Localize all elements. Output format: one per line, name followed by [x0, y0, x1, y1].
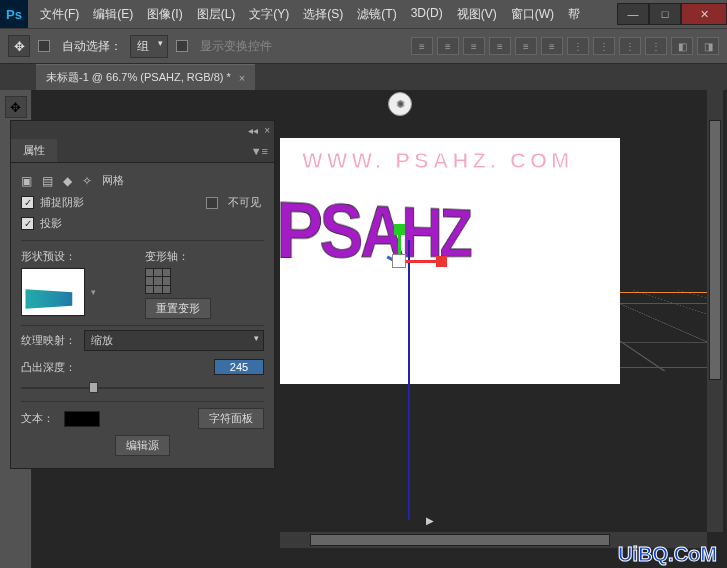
align-icon[interactable]: ≡	[515, 37, 537, 55]
auto-select-checkbox[interactable]	[38, 40, 50, 52]
move-tool-icon: ✥	[14, 39, 25, 54]
menu-help[interactable]: 帮	[562, 2, 586, 27]
align-icon[interactable]: ≡	[541, 37, 563, 55]
watermark-text: WWW. PSAHZ. COM	[302, 148, 573, 174]
deform-icon[interactable]: ▤	[42, 174, 53, 188]
dropdown-icon[interactable]: ▾	[91, 287, 96, 297]
invisible-label: 不可见	[228, 195, 261, 210]
gizmo-y-handle[interactable]	[394, 224, 405, 235]
collapse-icon[interactable]: ◂◂	[248, 125, 258, 136]
align-icon[interactable]: ≡	[463, 37, 485, 55]
gizmo-x-handle[interactable]	[436, 256, 447, 267]
scrollbar-thumb[interactable]	[310, 534, 610, 546]
close-button[interactable]: ✕	[681, 3, 727, 25]
texture-mapping-select[interactable]: 缩放	[84, 330, 264, 351]
brand-watermark: UiBQ.CoM	[618, 543, 717, 566]
scrollbar-thumb[interactable]	[709, 120, 721, 380]
reset-deform-button[interactable]: 重置变形	[145, 298, 211, 319]
timeline-play-icon[interactable]: ▶	[426, 515, 434, 526]
align-icon[interactable]: ≡	[411, 37, 433, 55]
3d-mode-icon[interactable]: ◨	[697, 37, 719, 55]
menu-3d[interactable]: 3D(D)	[405, 2, 449, 27]
menu-image[interactable]: 图像(I)	[141, 2, 188, 27]
cast-shadow-label: 投影	[40, 216, 62, 231]
coord-icon[interactable]: ✧	[82, 174, 92, 188]
mesh-icon[interactable]: ▣	[21, 174, 32, 188]
distribute-icon[interactable]: ⋮	[593, 37, 615, 55]
character-panel-button[interactable]: 字符面板	[198, 408, 264, 429]
cap-icon[interactable]: ◆	[63, 174, 72, 188]
document-tab[interactable]: 未标题-1 @ 66.7% (PSAHZ, RGB/8) * ×	[36, 64, 255, 90]
minimize-button[interactable]: —	[617, 3, 649, 25]
slider-thumb[interactable]	[89, 382, 98, 393]
distribute-icon[interactable]: ⋮	[619, 37, 641, 55]
vertical-scrollbar[interactable]	[707, 90, 723, 532]
deform-axis-label: 变形轴：	[145, 249, 211, 264]
menu-select[interactable]: 选择(S)	[297, 2, 349, 27]
mesh-label: 网格	[102, 173, 124, 188]
menu-type[interactable]: 文字(Y)	[243, 2, 295, 27]
align-icon[interactable]: ≡	[437, 37, 459, 55]
panel-close-icon[interactable]: ×	[264, 125, 270, 136]
extrude-depth-input[interactable]	[214, 359, 264, 375]
edit-source-button[interactable]: 编辑源	[115, 435, 170, 456]
align-icon[interactable]: ≡	[489, 37, 511, 55]
3d-gizmo[interactable]	[370, 230, 430, 290]
canvas-area[interactable]: ✺ WWW. PSAHZ. COM PSAHZ ▶	[280, 90, 723, 548]
distribute-icon[interactable]: ⋮	[567, 37, 589, 55]
show-transform-label: 显示变换控件	[200, 38, 272, 55]
menu-layer[interactable]: 图层(L)	[191, 2, 242, 27]
extrude-depth-label: 凸出深度：	[21, 360, 76, 375]
menu-view[interactable]: 视图(V)	[451, 2, 503, 27]
catch-shadow-checkbox[interactable]: ✓	[21, 196, 34, 209]
shape-preset-thumb[interactable]: ▾	[21, 268, 85, 316]
3d-mode-icon[interactable]: ◧	[671, 37, 693, 55]
app-icon: Ps	[0, 0, 28, 28]
text-label: 文本：	[21, 411, 54, 426]
text-color-swatch[interactable]	[64, 411, 100, 427]
show-transform-checkbox[interactable]	[176, 40, 188, 52]
panel-tab-properties[interactable]: 属性	[11, 139, 57, 162]
main-menu: 文件(F) 编辑(E) 图像(I) 图层(L) 文字(Y) 选择(S) 滤镜(T…	[34, 2, 586, 27]
options-bar: ✥ 自动选择： 组 显示变换控件 ≡ ≡ ≡ ≡ ≡ ≡ ⋮ ⋮ ⋮ ⋮ ◧ ◨	[0, 28, 727, 64]
3d-widget-icon[interactable]: ✺	[388, 92, 412, 116]
menu-edit[interactable]: 编辑(E)	[87, 2, 139, 27]
shape-preset-label: 形状预设：	[21, 249, 85, 264]
maximize-button[interactable]: □	[649, 3, 681, 25]
distribute-icon[interactable]: ⋮	[645, 37, 667, 55]
move-tool[interactable]: ✥	[5, 96, 27, 118]
cast-shadow-checkbox[interactable]: ✓	[21, 217, 34, 230]
texture-mapping-label: 纹理映射：	[21, 333, 76, 348]
deform-axis-grid[interactable]	[145, 268, 171, 294]
catch-shadow-label: 捕捉阴影	[40, 195, 84, 210]
document-tab-title: 未标题-1 @ 66.7% (PSAHZ, RGB/8) *	[46, 70, 231, 85]
gizmo-center[interactable]	[392, 254, 406, 268]
menu-window[interactable]: 窗口(W)	[505, 2, 560, 27]
panel-menu-icon[interactable]: ▼≡	[245, 145, 274, 157]
menu-filter[interactable]: 滤镜(T)	[351, 2, 402, 27]
auto-select-mode[interactable]: 组	[130, 35, 168, 58]
move-tool-icon: ✥	[10, 100, 21, 115]
properties-panel: ◂◂× 属性 ▼≡ ▣ ▤ ◆ ✧ 网格 ✓ 捕捉阴影 不可见 ✓ 投影 形状预…	[10, 120, 275, 469]
invisible-checkbox[interactable]	[206, 197, 218, 209]
auto-select-label: 自动选择：	[62, 38, 122, 55]
tab-close-icon[interactable]: ×	[239, 72, 245, 84]
menu-file[interactable]: 文件(F)	[34, 2, 85, 27]
extrude-depth-slider[interactable]	[21, 381, 264, 395]
tool-preset-picker[interactable]: ✥	[8, 35, 30, 57]
